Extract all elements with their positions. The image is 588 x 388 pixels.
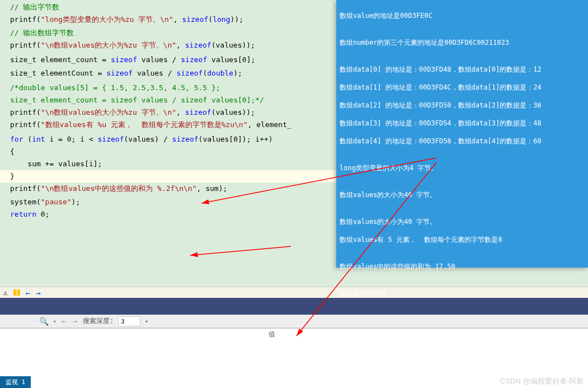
comment-text: // 输出字节数 [10, 3, 59, 11]
console-output: 数组value的地址是00D3FE0C 数组number的第三个元素的地址是00… [336, 0, 588, 268]
watch-tab[interactable]: 监视 1 [0, 376, 31, 388]
search-toolbar: 🔍 ▾ ← → 搜索深度: ▾ [0, 315, 588, 328]
warning-icon: ⚠ [3, 288, 8, 297]
search-icon[interactable]: 🔍 [39, 317, 49, 326]
prev-icon[interactable]: ← [60, 317, 67, 325]
comment-text: // 输出数组字节数 [10, 29, 74, 37]
depth-dropdown-icon[interactable]: ▾ [145, 319, 148, 324]
column-header-value: 值 [0, 328, 588, 339]
nav-forward-icon[interactable]: → [36, 288, 40, 297]
depth-input[interactable] [118, 316, 140, 326]
depth-label: 搜索深度: [83, 316, 114, 326]
nav-back-icon[interactable]: ← [26, 288, 30, 297]
next-icon[interactable]: → [72, 317, 78, 325]
dropdown-icon[interactable]: ▾ [53, 319, 56, 324]
warning-count: 1 [13, 289, 20, 296]
watch-panel[interactable] [0, 339, 588, 373]
watermark-text: CSDN @编程爱好者-阿新 [500, 376, 584, 386]
